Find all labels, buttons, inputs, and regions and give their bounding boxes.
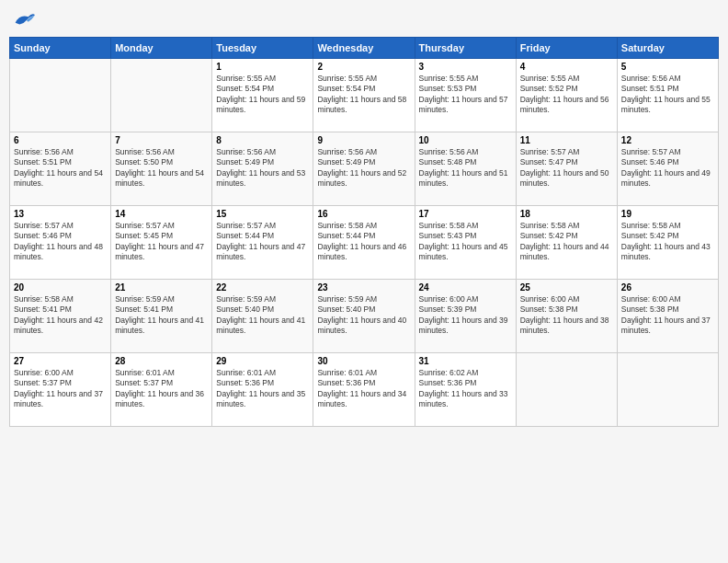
- week-row: 27Sunrise: 6:00 AM Sunset: 5:37 PM Dayli…: [10, 353, 719, 427]
- calendar-cell: [617, 353, 718, 427]
- calendar-cell: 28Sunrise: 6:01 AM Sunset: 5:37 PM Dayli…: [111, 353, 212, 427]
- day-number: 27: [14, 356, 107, 366]
- calendar-cell: 27Sunrise: 6:00 AM Sunset: 5:37 PM Dayli…: [10, 353, 111, 427]
- day-number: 26: [621, 282, 714, 293]
- day-number: 22: [216, 282, 309, 293]
- day-number: 1: [216, 62, 309, 72]
- day-number: 20: [14, 282, 107, 293]
- day-number: 13: [14, 209, 107, 219]
- calendar-cell: 6Sunrise: 5:56 AM Sunset: 5:51 PM Daylig…: [10, 132, 111, 206]
- day-info: Sunrise: 6:01 AM Sunset: 5:36 PM Dayligh…: [317, 368, 410, 410]
- day-number: 31: [419, 356, 512, 366]
- day-info: Sunrise: 6:01 AM Sunset: 5:37 PM Dayligh…: [115, 368, 208, 410]
- header-day: Thursday: [415, 38, 516, 59]
- calendar-cell: 7Sunrise: 5:56 AM Sunset: 5:50 PM Daylig…: [111, 132, 212, 206]
- calendar-cell: 1Sunrise: 5:55 AM Sunset: 5:54 PM Daylig…: [212, 59, 313, 132]
- calendar-cell: 18Sunrise: 5:58 AM Sunset: 5:42 PM Dayli…: [516, 206, 617, 280]
- calendar-cell: 5Sunrise: 5:56 AM Sunset: 5:51 PM Daylig…: [617, 59, 718, 132]
- day-number: 8: [216, 135, 309, 145]
- header-day: Wednesday: [313, 38, 415, 59]
- day-number: 3: [419, 62, 512, 72]
- day-info: Sunrise: 5:57 AM Sunset: 5:46 PM Dayligh…: [621, 147, 714, 190]
- calendar-cell: 4Sunrise: 5:55 AM Sunset: 5:52 PM Daylig…: [516, 59, 617, 132]
- header-day: Friday: [516, 38, 617, 59]
- calendar-cell: 29Sunrise: 6:01 AM Sunset: 5:36 PM Dayli…: [212, 353, 313, 427]
- day-number: 25: [520, 282, 613, 293]
- day-number: 9: [317, 135, 410, 145]
- day-info: Sunrise: 6:00 AM Sunset: 5:39 PM Dayligh…: [419, 294, 512, 337]
- header-day: Saturday: [617, 38, 718, 59]
- day-info: Sunrise: 5:59 AM Sunset: 5:40 PM Dayligh…: [317, 294, 410, 337]
- calendar-cell: [516, 353, 617, 427]
- day-info: Sunrise: 5:55 AM Sunset: 5:54 PM Dayligh…: [317, 74, 410, 116]
- calendar-cell: 11Sunrise: 5:57 AM Sunset: 5:47 PM Dayli…: [516, 132, 617, 206]
- week-row: 1Sunrise: 5:55 AM Sunset: 5:54 PM Daylig…: [10, 59, 719, 132]
- day-number: 7: [115, 135, 208, 145]
- day-number: 4: [520, 62, 613, 72]
- page: SundayMondayTuesdayWednesdayThursdayFrid…: [0, 0, 728, 563]
- day-number: 14: [115, 209, 208, 219]
- day-info: Sunrise: 5:57 AM Sunset: 5:46 PM Dayligh…: [14, 221, 107, 263]
- day-number: 29: [216, 356, 309, 366]
- calendar-cell: 31Sunrise: 6:02 AM Sunset: 5:36 PM Dayli…: [415, 353, 516, 427]
- calendar-cell: 12Sunrise: 5:57 AM Sunset: 5:46 PM Dayli…: [617, 132, 718, 206]
- day-info: Sunrise: 5:56 AM Sunset: 5:51 PM Dayligh…: [14, 147, 107, 190]
- calendar-cell: 9Sunrise: 5:56 AM Sunset: 5:49 PM Daylig…: [313, 132, 415, 206]
- day-info: Sunrise: 5:57 AM Sunset: 5:45 PM Dayligh…: [115, 221, 208, 263]
- calendar-cell: 16Sunrise: 5:58 AM Sunset: 5:44 PM Dayli…: [313, 206, 415, 280]
- logo: [9, 9, 37, 29]
- day-number: 24: [419, 282, 512, 293]
- calendar-cell: 10Sunrise: 5:56 AM Sunset: 5:48 PM Dayli…: [415, 132, 516, 206]
- day-info: Sunrise: 5:59 AM Sunset: 5:41 PM Dayligh…: [115, 294, 208, 337]
- day-info: Sunrise: 5:56 AM Sunset: 5:50 PM Dayligh…: [115, 147, 208, 190]
- calendar-cell: 19Sunrise: 5:58 AM Sunset: 5:42 PM Dayli…: [617, 206, 718, 280]
- calendar-table: SundayMondayTuesdayWednesdayThursdayFrid…: [9, 37, 719, 427]
- day-info: Sunrise: 5:56 AM Sunset: 5:49 PM Dayligh…: [216, 147, 309, 190]
- calendar-cell: 24Sunrise: 6:00 AM Sunset: 5:39 PM Dayli…: [415, 280, 516, 353]
- calendar-cell: 15Sunrise: 5:57 AM Sunset: 5:44 PM Dayli…: [212, 206, 313, 280]
- day-info: Sunrise: 5:56 AM Sunset: 5:48 PM Dayligh…: [419, 147, 512, 190]
- day-info: Sunrise: 5:57 AM Sunset: 5:47 PM Dayligh…: [520, 147, 613, 190]
- day-info: Sunrise: 6:02 AM Sunset: 5:36 PM Dayligh…: [419, 368, 512, 410]
- calendar-cell: 13Sunrise: 5:57 AM Sunset: 5:46 PM Dayli…: [10, 206, 111, 280]
- day-number: 10: [419, 135, 512, 145]
- day-number: 15: [216, 209, 309, 219]
- week-row: 6Sunrise: 5:56 AM Sunset: 5:51 PM Daylig…: [10, 132, 719, 206]
- calendar-cell: 30Sunrise: 6:01 AM Sunset: 5:36 PM Dayli…: [313, 353, 415, 427]
- week-row: 20Sunrise: 5:58 AM Sunset: 5:41 PM Dayli…: [10, 280, 719, 353]
- calendar-cell: [111, 59, 212, 132]
- calendar-cell: [10, 59, 111, 132]
- day-number: 17: [419, 209, 512, 219]
- calendar-cell: 21Sunrise: 5:59 AM Sunset: 5:41 PM Dayli…: [111, 280, 212, 353]
- day-info: Sunrise: 6:01 AM Sunset: 5:36 PM Dayligh…: [216, 368, 309, 410]
- calendar-cell: 17Sunrise: 5:58 AM Sunset: 5:43 PM Dayli…: [415, 206, 516, 280]
- calendar-cell: 23Sunrise: 5:59 AM Sunset: 5:40 PM Dayli…: [313, 280, 415, 353]
- day-info: Sunrise: 5:56 AM Sunset: 5:51 PM Dayligh…: [621, 74, 714, 116]
- header-day: Sunday: [10, 38, 111, 59]
- day-info: Sunrise: 5:58 AM Sunset: 5:44 PM Dayligh…: [317, 221, 410, 263]
- day-info: Sunrise: 5:58 AM Sunset: 5:42 PM Dayligh…: [520, 221, 613, 263]
- calendar-cell: 8Sunrise: 5:56 AM Sunset: 5:49 PM Daylig…: [212, 132, 313, 206]
- calendar-cell: 3Sunrise: 5:55 AM Sunset: 5:53 PM Daylig…: [415, 59, 516, 132]
- day-number: 18: [520, 209, 613, 219]
- day-number: 30: [317, 356, 410, 366]
- day-number: 6: [14, 135, 107, 145]
- day-info: Sunrise: 5:55 AM Sunset: 5:54 PM Dayligh…: [216, 74, 309, 116]
- day-number: 5: [621, 62, 714, 72]
- day-number: 28: [115, 356, 208, 366]
- calendar-cell: 26Sunrise: 6:00 AM Sunset: 5:38 PM Dayli…: [617, 280, 718, 353]
- day-info: Sunrise: 6:00 AM Sunset: 5:37 PM Dayligh…: [14, 368, 107, 410]
- day-info: Sunrise: 5:59 AM Sunset: 5:40 PM Dayligh…: [216, 294, 309, 337]
- day-number: 2: [317, 62, 410, 72]
- calendar-cell: 25Sunrise: 6:00 AM Sunset: 5:38 PM Dayli…: [516, 280, 617, 353]
- day-number: 16: [317, 209, 410, 219]
- calendar-cell: 14Sunrise: 5:57 AM Sunset: 5:45 PM Dayli…: [111, 206, 212, 280]
- day-number: 11: [520, 135, 613, 145]
- day-number: 12: [621, 135, 714, 145]
- header-day: Tuesday: [212, 38, 313, 59]
- week-row: 13Sunrise: 5:57 AM Sunset: 5:46 PM Dayli…: [10, 206, 719, 280]
- day-info: Sunrise: 6:00 AM Sunset: 5:38 PM Dayligh…: [520, 294, 613, 337]
- day-info: Sunrise: 5:58 AM Sunset: 5:41 PM Dayligh…: [14, 294, 107, 337]
- day-info: Sunrise: 5:55 AM Sunset: 5:52 PM Dayligh…: [520, 74, 613, 116]
- day-info: Sunrise: 6:00 AM Sunset: 5:38 PM Dayligh…: [621, 294, 714, 337]
